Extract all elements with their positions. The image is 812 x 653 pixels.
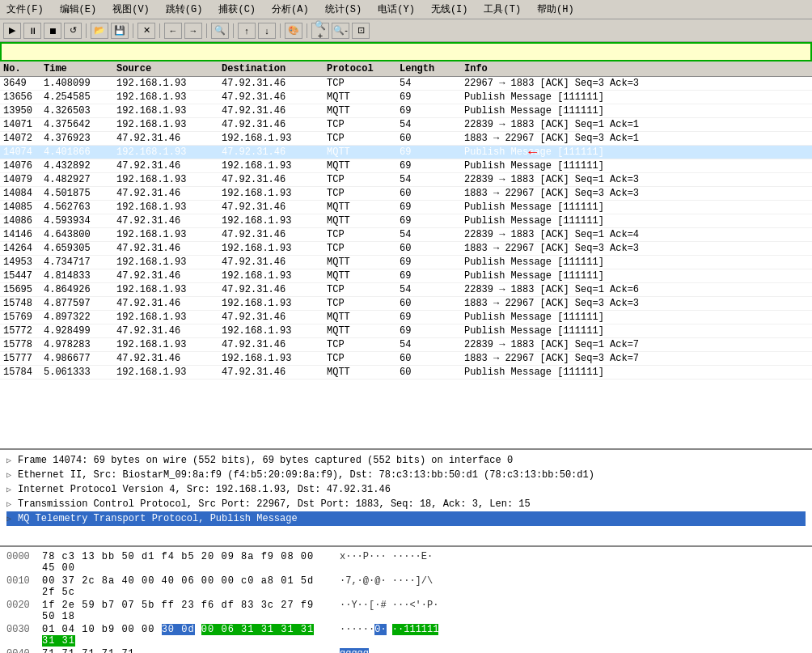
hex-row: 000078 c3 13 bb 50 d1 f4 b5 20 09 8a f9 … — [6, 550, 806, 575]
detail-row[interactable]: ▷Frame 14074: 69 bytes on wire (552 bits… — [6, 453, 806, 468]
tb-pause[interactable]: ⏸ — [23, 23, 41, 39]
menu-stats[interactable]: 统计(S) — [322, 2, 366, 17]
cell-1: 1.408099 — [44, 78, 116, 89]
cell-4: MQTT — [327, 270, 400, 282]
menu-analyze[interactable]: 分析(A) — [269, 2, 312, 17]
table-row[interactable]: 142644.65930547.92.31.46192.168.1.93TCP6… — [0, 242, 812, 256]
cell-1: 4.326503 — [44, 105, 116, 117]
packet-list[interactable]: No. Time Source Destination Protocol Len… — [0, 61, 812, 450]
tb-dn[interactable]: ↓ — [258, 23, 276, 39]
cell-0: 14071 — [3, 119, 44, 130]
cell-5: 69 — [400, 105, 464, 117]
table-row[interactable]: 140764.43289247.92.31.46192.168.1.93MQTT… — [0, 159, 812, 173]
table-row[interactable]: 157484.87759747.92.31.46192.168.1.93TCP6… — [0, 297, 812, 311]
cell-2: 192.168.1.93 — [116, 257, 222, 268]
cell-6: Publish Message [111111] — [464, 201, 809, 213]
menu-wireless[interactable]: 无线(I) — [428, 2, 472, 17]
menu-file[interactable]: 文件(F) — [3, 2, 47, 17]
table-row[interactable]: 156954.864926192.168.1.9347.92.31.46TCP5… — [0, 283, 812, 297]
table-row[interactable]: 141464.643800192.168.1.9347.92.31.46TCP5… — [0, 228, 812, 242]
table-row[interactable]: 157784.978283192.168.1.9347.92.31.46TCP5… — [0, 338, 812, 352]
table-row[interactable]: 157774.98667747.92.31.46192.168.1.93TCP6… — [0, 352, 812, 366]
red-arrow-icon: ← — [528, 144, 537, 160]
menu-go[interactable]: 跳转(G) — [163, 2, 206, 17]
hex-row: 004071 71 71 71 71qqqqq — [6, 647, 806, 653]
menu-tools[interactable]: 工具(T) — [480, 2, 524, 17]
col-src: Source — [116, 63, 222, 74]
tb-close[interactable]: ✕ — [137, 23, 155, 39]
cell-1: 4.562763 — [44, 201, 116, 213]
detail-row[interactable]: ▷Ethernet II, Src: BiostarM_09:8a:f9 (f4… — [6, 468, 806, 482]
cell-6: 22967 → 1883 [ACK] Seq=3 Ack=3 — [464, 78, 809, 89]
tb-fwd[interactable]: → — [184, 23, 202, 39]
cell-0: 15695 — [3, 284, 44, 295]
cell-1: 4.877597 — [44, 298, 116, 309]
hex-ascii: x···P··· ·····E· — [340, 551, 433, 562]
table-row[interactable]: 140724.37692347.92.31.46192.168.1.93TCP6… — [0, 132, 812, 146]
cell-1: 5.061333 — [44, 367, 116, 378]
tb-colorize[interactable]: 🎨 — [285, 23, 302, 39]
table-row[interactable]: 140714.375642192.168.1.9347.92.31.46TCP5… — [0, 118, 812, 132]
menu-help[interactable]: 帮助(H) — [534, 2, 577, 17]
table-row[interactable]: 140794.482927192.168.1.9347.92.31.46TCP5… — [0, 173, 812, 187]
table-row[interactable]: 140854.562763192.168.1.9347.92.31.46MQTT… — [0, 201, 812, 214]
table-row[interactable]: 154474.81483347.92.31.46192.168.1.93MQTT… — [0, 269, 812, 283]
tb-find[interactable]: 🔍 — [211, 23, 229, 39]
cell-3: 47.92.31.46 — [222, 146, 327, 158]
cell-2: 192.168.1.93 — [116, 284, 222, 295]
cell-3: 47.92.31.46 — [222, 284, 327, 295]
cell-6: 22839 → 1883 [ACK] Seq=1 Ack=1 — [464, 119, 809, 130]
table-row[interactable]: 136564.254585192.168.1.9347.92.31.46MQTT… — [0, 91, 812, 104]
table-row[interactable]: 36491.408099192.168.1.9347.92.31.46TCP54… — [0, 77, 812, 91]
detail-row[interactable]: ▷Transmission Control Protocol, Src Port… — [6, 497, 806, 511]
cell-5: 54 — [400, 119, 464, 130]
tb-save[interactable]: 💾 — [111, 23, 129, 39]
menu-view[interactable]: 视图(V) — [109, 2, 153, 17]
cell-6: 22839 → 1883 [ACK] Seq=1 Ack=4 — [464, 229, 809, 240]
table-row[interactable]: 139504.326503192.168.1.9347.92.31.46MQTT… — [0, 104, 812, 118]
cell-4: MQTT — [327, 91, 400, 103]
tb-sep2 — [133, 23, 133, 38]
cell-1: 4.376923 — [44, 133, 116, 144]
tb-stop[interactable]: ⏹ — [44, 23, 61, 39]
cell-3: 47.92.31.46 — [222, 367, 327, 378]
cell-1: 4.928499 — [44, 325, 116, 337]
tb-start[interactable]: ▶ — [3, 23, 21, 39]
tb-back[interactable]: ← — [164, 23, 182, 39]
cell-1: 4.897322 — [44, 312, 116, 323]
cell-2: 47.92.31.46 — [116, 160, 222, 172]
cell-2: 192.168.1.93 — [116, 201, 222, 213]
tb-zoom-out[interactable]: 🔍- — [332, 23, 349, 39]
menu-telephony[interactable]: 电话(Y) — [374, 2, 418, 17]
col-info: Info — [464, 63, 809, 74]
cell-4: TCP — [327, 188, 400, 199]
detail-text: Transmission Control Protocol, Src Port:… — [18, 498, 531, 510]
table-row[interactable]: 157845.061333192.168.1.9347.92.31.46MQTT… — [0, 366, 812, 380]
tb-open[interactable]: 📂 — [91, 23, 108, 39]
table-row[interactable]: 140844.50187547.92.31.46192.168.1.93TCP6… — [0, 187, 812, 201]
tb-up[interactable]: ↑ — [238, 23, 256, 39]
table-row[interactable]: 140744.401866192.168.1.9347.92.31.46MQTT… — [0, 146, 812, 159]
table-row[interactable]: 157694.897322192.168.1.9347.92.31.46MQTT… — [0, 311, 812, 324]
detail-text: Frame 14074: 69 bytes on wire (552 bits)… — [18, 455, 513, 466]
cell-2: 47.92.31.46 — [116, 298, 222, 309]
cell-5: 69 — [400, 91, 464, 103]
hex-bytes: 1f 2e 59 b7 07 5b ff 23 f6 df 83 3c 27 f… — [42, 600, 333, 622]
detail-row[interactable]: ▷MQ Telemetry Transport Protocol, Publis… — [6, 511, 806, 526]
table-row[interactable]: 149534.734717192.168.1.9347.92.31.46MQTT… — [0, 256, 812, 269]
table-row[interactable]: 140864.59393447.92.31.46192.168.1.93MQTT… — [0, 214, 812, 228]
tb-zoom-reset[interactable]: ⊡ — [352, 23, 370, 39]
table-row[interactable]: 157724.92849947.92.31.46192.168.1.93MQTT… — [0, 324, 812, 338]
cell-1: 4.978283 — [44, 339, 116, 350]
menu-capture[interactable]: 捕获(C) — [215, 2, 259, 17]
cell-3: 192.168.1.93 — [222, 325, 327, 337]
tb-restart[interactable]: ↺ — [64, 23, 82, 39]
cell-4: MQTT — [327, 367, 400, 378]
tb-sep1 — [86, 23, 87, 38]
detail-row[interactable]: ▷Internet Protocol Version 4, Src: 192.1… — [6, 482, 806, 497]
cell-5: 60 — [400, 243, 464, 254]
menu-edit[interactable]: 编辑(E) — [57, 2, 100, 17]
tb-zoom-in[interactable]: 🔍+ — [311, 23, 329, 39]
expand-triangle-icon: ▷ — [6, 456, 15, 465]
hex-bytes: 01 04 10 b9 00 00 30 0d 00 06 31 31 31 3… — [42, 624, 333, 647]
